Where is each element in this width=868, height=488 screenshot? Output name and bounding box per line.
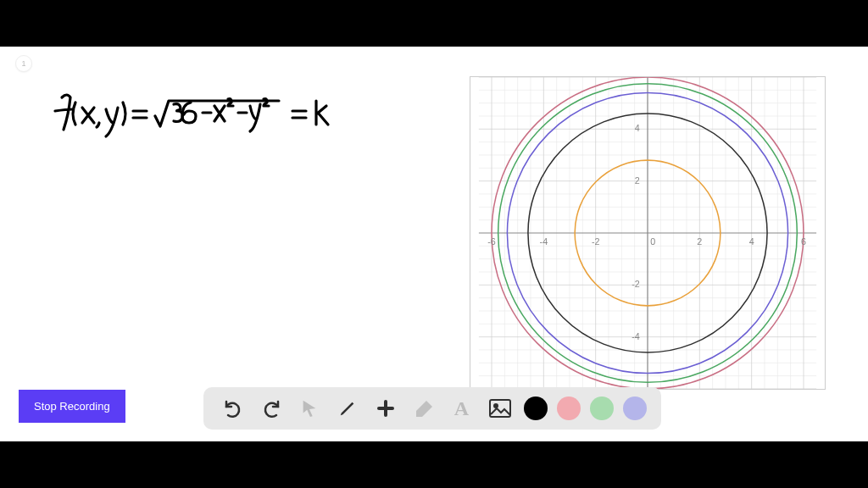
undo-icon — [223, 398, 243, 419]
add-tool[interactable] — [371, 394, 400, 423]
tick-x-4: 4 — [749, 236, 754, 247]
whiteboard-stage: 1 — [0, 47, 868, 441]
eraser-icon — [414, 398, 434, 419]
plus-icon — [376, 398, 396, 419]
pencil-tool[interactable] — [333, 394, 362, 423]
image-icon — [489, 399, 511, 418]
tick-y-n4: -4 — [632, 331, 640, 341]
text-icon: A — [454, 397, 469, 420]
redo-icon — [261, 398, 281, 419]
color-pink[interactable] — [557, 396, 581, 420]
image-tool[interactable] — [486, 394, 515, 423]
handwritten-equation — [47, 89, 335, 148]
tick-x-0: 0 — [650, 236, 655, 247]
tick-y-4: 4 — [635, 123, 640, 133]
color-green[interactable] — [590, 396, 614, 420]
tick-x-n6: -6 — [487, 236, 496, 247]
pointer-icon — [300, 399, 319, 418]
color-purple[interactable] — [623, 396, 647, 420]
tick-y-2: 2 — [635, 175, 640, 186]
tick-x-n4: -4 — [540, 236, 548, 247]
text-tool[interactable]: A — [448, 394, 476, 423]
letterbox-bottom — [0, 441, 868, 488]
letterbox-top — [0, 0, 868, 47]
pointer-tool[interactable] — [295, 394, 324, 423]
eraser-tool[interactable] — [409, 394, 438, 423]
tick-x-n2: -2 — [592, 236, 600, 247]
tick-x-2: 2 — [697, 236, 702, 247]
page-number-badge[interactable]: 1 — [15, 55, 32, 72]
stop-recording-button[interactable]: Stop Recording — [19, 390, 125, 423]
undo-button[interactable] — [219, 394, 248, 423]
color-black[interactable] — [524, 396, 548, 420]
svg-rect-58 — [490, 400, 510, 417]
toolbar: A — [203, 387, 661, 430]
level-curves-plot: -6 -4 -2 0 2 4 6 -4 -2 2 4 — [470, 76, 826, 390]
redo-button[interactable] — [257, 394, 286, 423]
svg-point-59 — [494, 404, 498, 408]
tick-x-6: 6 — [801, 236, 806, 247]
tick-y-n2: -2 — [632, 279, 640, 289]
pencil-icon — [338, 399, 357, 418]
